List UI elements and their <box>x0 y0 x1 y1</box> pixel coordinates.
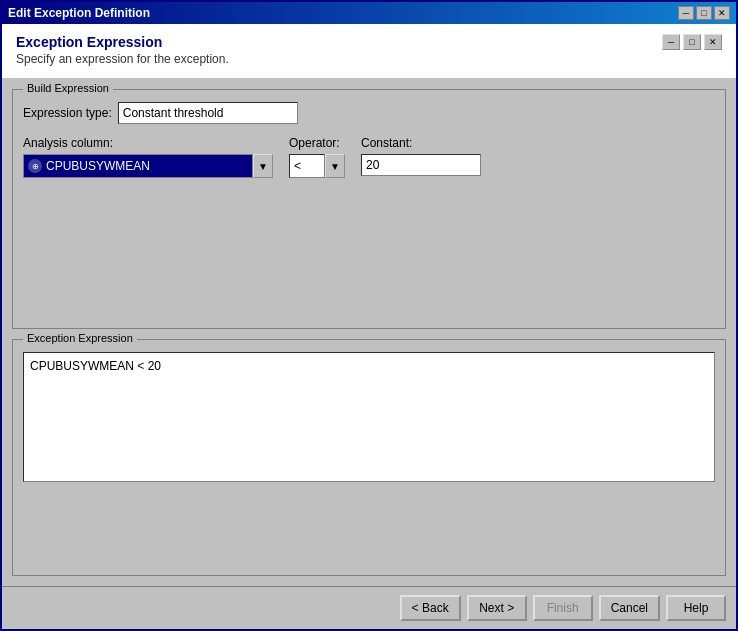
analysis-column-arrow[interactable]: ▼ <box>253 154 273 178</box>
fields-row: Analysis column: ⊕ CPUBUSYWMEAN ▼ Operat… <box>23 136 715 178</box>
analysis-column-label: Analysis column: <box>23 136 273 150</box>
header-right-controls: ─ □ ✕ <box>662 34 722 50</box>
constant-label: Constant: <box>361 136 481 150</box>
operator-dropdown-container: < ▼ <box>289 154 345 178</box>
operator-value: < <box>294 159 301 173</box>
expression-type-input[interactable] <box>118 102 298 124</box>
operator-group: Operator: < ▼ <box>289 136 345 178</box>
window-title: Edit Exception Definition <box>8 6 150 20</box>
analysis-column-icon: ⊕ <box>28 159 42 173</box>
build-expression-group: Build Expression Expression type: Analys… <box>12 89 726 329</box>
close-button[interactable]: ✕ <box>714 6 730 20</box>
expression-type-row: Expression type: <box>23 102 715 124</box>
header-ctrl-2[interactable]: □ <box>683 34 701 50</box>
expression-type-label: Expression type: <box>23 106 112 120</box>
build-expression-label: Build Expression <box>23 82 113 94</box>
cancel-button[interactable]: Cancel <box>599 595 660 621</box>
header-text: Exception Expression Specify an expressi… <box>16 34 652 66</box>
footer: < Back Next > Finish Cancel Help <box>2 586 736 629</box>
title-bar: Edit Exception Definition ─ □ ✕ <box>2 2 736 24</box>
operator-dropdown[interactable]: < <box>289 154 325 178</box>
exception-expression-text: CPUBUSYWMEAN < 20 <box>23 352 715 482</box>
header-ctrl-3[interactable]: ✕ <box>704 34 722 50</box>
main-window: Edit Exception Definition ─ □ ✕ Exceptio… <box>0 0 738 631</box>
constant-input[interactable] <box>361 154 481 176</box>
title-bar-controls: ─ □ ✕ <box>678 6 730 20</box>
constant-group: Constant: <box>361 136 481 176</box>
analysis-column-dropdown-container: ⊕ CPUBUSYWMEAN ▼ <box>23 154 273 178</box>
finish-button[interactable]: Finish <box>533 595 593 621</box>
header-subtitle: Specify an expression for the exception. <box>16 52 652 66</box>
exception-expression-group: Exception Expression CPUBUSYWMEAN < 20 <box>12 339 726 576</box>
next-button[interactable]: Next > <box>467 595 527 621</box>
exception-expression-label: Exception Expression <box>23 332 137 344</box>
minimize-button[interactable]: ─ <box>678 6 694 20</box>
help-button[interactable]: Help <box>666 595 726 621</box>
analysis-column-group: Analysis column: ⊕ CPUBUSYWMEAN ▼ <box>23 136 273 178</box>
operator-arrow[interactable]: ▼ <box>325 154 345 178</box>
maximize-button[interactable]: □ <box>696 6 712 20</box>
main-content: Build Expression Expression type: Analys… <box>2 79 736 586</box>
analysis-column-value: CPUBUSYWMEAN <box>46 159 248 173</box>
header-ctrl-1[interactable]: ─ <box>662 34 680 50</box>
header-title: Exception Expression <box>16 34 652 50</box>
operator-label: Operator: <box>289 136 345 150</box>
analysis-column-dropdown[interactable]: ⊕ CPUBUSYWMEAN <box>23 154 253 178</box>
header-panel: Exception Expression Specify an expressi… <box>2 24 736 79</box>
back-button[interactable]: < Back <box>400 595 461 621</box>
